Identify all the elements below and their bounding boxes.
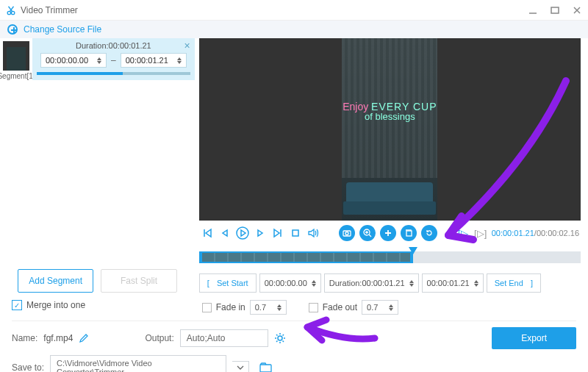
timeline[interactable] [199,247,581,268]
trim-controls-row: [ Set Start 00:00:00.00 Duration:00:00:0… [199,273,581,293]
file-name: fgf.mp4 [43,333,73,343]
video-preview[interactable]: Enjoy EVERY CUP of blessings [199,38,581,221]
dash: – [111,55,116,65]
segment-start-value: 00:00:00.00 [46,56,88,65]
segment-duration: Duration:00:00:01.21 [37,41,190,50]
bottom-panel: Name: fgf.mp4 Output: Auto;Auto Export S… [0,316,588,372]
output-settings-icon[interactable] [274,332,286,344]
merge-label: Merge into one [26,300,85,310]
fade-in-label: Fade in [216,302,245,312]
svg-point-4 [237,227,248,239]
svg-point-7 [345,232,348,235]
svg-point-10 [278,336,282,340]
step-forward-icon[interactable] [254,226,267,240]
change-source-bar[interactable]: Change Source File [0,21,588,38]
play-icon[interactable] [236,226,249,240]
merge-checkbox[interactable]: ✓ [12,300,22,310]
close-button[interactable] [572,5,582,15]
fade-out-checkbox[interactable] [309,303,318,312]
zoom-in-button[interactable] [359,225,376,241]
maximize-button[interactable] [550,5,560,15]
copy-button[interactable] [401,225,417,241]
reset-button[interactable] [421,225,437,241]
segment-end-value: 00:00:01.21 [126,56,168,65]
fade-out-field[interactable]: 0.7 [362,300,398,315]
segment-progress[interactable] [37,72,190,75]
mark-in-icon[interactable]: [▷ [456,226,470,240]
edit-name-icon[interactable] [79,333,89,343]
output-field[interactable]: Auto;Auto [180,329,268,347]
export-button[interactable]: Export [492,327,576,349]
open-folder-icon[interactable] [259,362,273,372]
svg-rect-9 [406,231,412,236]
next-segment-icon[interactable] [271,226,284,240]
spinner-icon[interactable] [177,57,182,64]
saveto-label: Save to: [12,362,44,372]
name-label: Name: [12,333,37,343]
trim-end-field[interactable]: 00:00:01.21 [422,273,484,293]
svg-rect-5 [293,230,298,236]
set-end-button[interactable]: Set End ] [487,273,541,293]
trim-duration-field[interactable]: Duration:00:00:01.21 [324,273,419,293]
segment-end-field[interactable]: 00:00:01.21 [121,53,187,68]
volume-icon[interactable] [306,226,320,240]
fade-in-checkbox[interactable] [202,303,212,312]
merge-row[interactable]: ✓ Merge into one [0,300,195,316]
segment-start-field[interactable]: 00:00:00.00 [40,53,107,68]
segment-row[interactable]: Segment[1] × Duration:00:00:01.21 00:00:… [0,38,195,80]
prev-segment-icon[interactable] [201,226,214,240]
window-title: Video Trimmer [21,5,528,15]
fade-in-field[interactable]: 0.7 [250,300,287,315]
neon-text: Enjoy EVERY CUP of blessings [342,101,437,121]
playback-controls: [▷ [▷] 00:00:01.21/00:00:02.16 [199,221,581,244]
set-start-button[interactable]: [ Set Start [199,273,257,293]
segment-panel: Segment[1] × Duration:00:00:01.21 00:00:… [0,38,195,316]
snapshot-button[interactable] [339,225,355,241]
change-source-label: Change Source File [24,24,101,35]
svg-rect-3 [551,7,559,13]
preview-panel: Enjoy EVERY CUP of blessings [▷ [▷] [195,38,588,316]
saveto-field[interactable]: C:\Vidmore\Vidmore Video Converter\Trimm… [50,355,226,372]
fast-split-button[interactable]: Fast Split [101,269,176,293]
trim-start-field[interactable]: 00:00:00.00 [259,273,321,293]
fade-row: Fade in 0.7 Fade out 0.7 [199,300,581,315]
stop-icon[interactable] [289,226,302,240]
add-button[interactable] [380,225,396,241]
app-icon [6,5,16,15]
plus-icon [7,24,18,35]
time-display: 00:00:01.21/00:00:02.16 [492,229,579,237]
add-segment-button[interactable]: Add Segment [18,269,93,293]
titlebar: Video Trimmer [0,0,588,21]
segment-close-icon[interactable]: × [184,40,190,51]
window-controls [528,5,582,15]
segment-thumbnail[interactable] [3,41,29,71]
saveto-dropdown-icon[interactable] [232,361,249,372]
step-back-icon[interactable] [218,226,232,240]
segment-label: Segment[1] [0,72,35,80]
svg-rect-11 [260,365,271,372]
minimize-button[interactable] [528,5,538,15]
output-label: Output: [145,333,173,343]
timeline-handle[interactable] [409,247,417,254]
fade-out-label: Fade out [323,302,357,312]
spinner-icon[interactable] [97,57,101,64]
mark-out-icon[interactable]: [▷] [474,226,487,240]
